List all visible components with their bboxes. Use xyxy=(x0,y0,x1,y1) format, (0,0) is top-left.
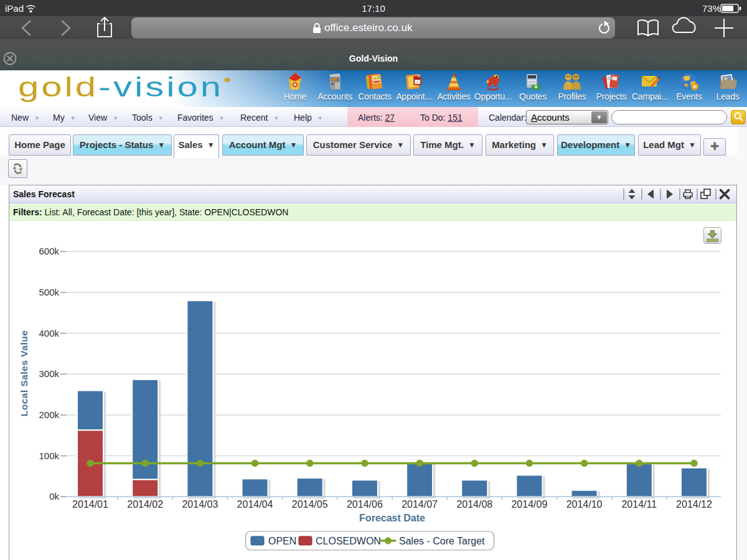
svg-text:300k: 300k xyxy=(39,368,59,379)
svg-text:2014/12: 2014/12 xyxy=(676,499,712,510)
svg-text:OPEN: OPEN xyxy=(268,536,296,546)
svg-text:2014/04: 2014/04 xyxy=(237,499,273,510)
svg-text:0k: 0k xyxy=(49,491,59,502)
svg-text:2014/10: 2014/10 xyxy=(566,499,603,510)
svg-text:2014/02: 2014/02 xyxy=(127,499,163,510)
svg-text:2014/06: 2014/06 xyxy=(347,499,383,510)
svg-text:500k: 500k xyxy=(39,287,59,297)
svg-text:2014/11: 2014/11 xyxy=(621,499,657,510)
svg-text:2014/08: 2014/08 xyxy=(456,499,492,510)
svg-text:Sales - Core Target: Sales - Core Target xyxy=(399,536,485,546)
svg-text:2014/07: 2014/07 xyxy=(402,499,438,510)
svg-text:100k: 100k xyxy=(39,450,59,461)
svg-text:2014/01: 2014/01 xyxy=(72,499,108,510)
svg-text:400k: 400k xyxy=(39,328,59,338)
svg-text:Forecast Date: Forecast Date xyxy=(359,513,425,523)
svg-text:200k: 200k xyxy=(39,409,59,420)
svg-text:2014/09: 2014/09 xyxy=(511,499,547,510)
svg-text:600k: 600k xyxy=(39,246,59,256)
svg-text:2014/03: 2014/03 xyxy=(182,499,218,510)
svg-text:CLOSEDWON: CLOSEDWON xyxy=(316,536,381,546)
svg-text:Local Sales Value: Local Sales Value xyxy=(19,330,29,417)
svg-text:2014/05: 2014/05 xyxy=(292,499,328,510)
